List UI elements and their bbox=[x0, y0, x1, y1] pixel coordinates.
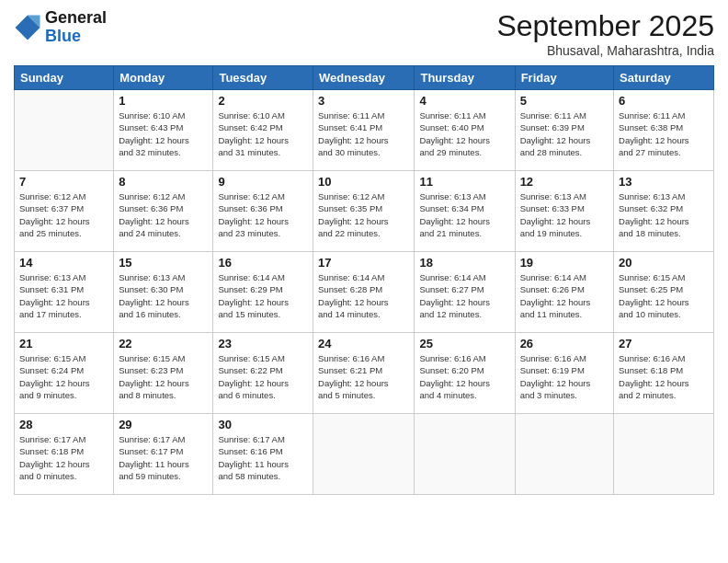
day-number: 24 bbox=[318, 337, 409, 350]
calendar-week-4: 21Sunrise: 6:15 AM Sunset: 6:24 PM Dayli… bbox=[15, 333, 714, 414]
day-info: Sunrise: 6:14 AM Sunset: 6:26 PM Dayligh… bbox=[520, 271, 609, 320]
calendar-cell: 16Sunrise: 6:14 AM Sunset: 6:29 PM Dayli… bbox=[213, 252, 313, 333]
day-number: 23 bbox=[218, 337, 308, 350]
day-number: 13 bbox=[619, 175, 709, 189]
calendar-header-tuesday: Tuesday bbox=[213, 66, 313, 90]
calendar-cell bbox=[313, 414, 415, 495]
logo-text: General Blue bbox=[45, 9, 107, 46]
day-number: 19 bbox=[520, 256, 609, 270]
calendar-cell: 27Sunrise: 6:16 AM Sunset: 6:18 PM Dayli… bbox=[614, 333, 714, 414]
day-number: 5 bbox=[520, 94, 609, 108]
location-subtitle: Bhusaval, Maharashtra, India bbox=[496, 43, 714, 58]
calendar-cell: 20Sunrise: 6:15 AM Sunset: 6:25 PM Dayli… bbox=[614, 252, 714, 333]
day-number: 8 bbox=[119, 175, 208, 189]
day-number: 16 bbox=[218, 256, 308, 270]
calendar-cell: 13Sunrise: 6:13 AM Sunset: 6:32 PM Dayli… bbox=[614, 171, 714, 252]
day-info: Sunrise: 6:11 AM Sunset: 6:39 PM Dayligh… bbox=[520, 109, 609, 158]
logo-blue: Blue bbox=[45, 28, 107, 46]
calendar-cell: 9Sunrise: 6:12 AM Sunset: 6:36 PM Daylig… bbox=[213, 171, 313, 252]
day-info: Sunrise: 6:13 AM Sunset: 6:34 PM Dayligh… bbox=[419, 190, 509, 239]
logo-general: General bbox=[45, 9, 107, 28]
day-number: 7 bbox=[19, 175, 108, 189]
calendar-header-friday: Friday bbox=[515, 66, 613, 90]
calendar-cell: 12Sunrise: 6:13 AM Sunset: 6:33 PM Dayli… bbox=[515, 171, 613, 252]
day-info: Sunrise: 6:10 AM Sunset: 6:43 PM Dayligh… bbox=[119, 109, 208, 158]
day-info: Sunrise: 6:15 AM Sunset: 6:23 PM Dayligh… bbox=[119, 352, 208, 401]
calendar-cell: 28Sunrise: 6:17 AM Sunset: 6:18 PM Dayli… bbox=[15, 414, 114, 495]
day-info: Sunrise: 6:12 AM Sunset: 6:35 PM Dayligh… bbox=[318, 190, 409, 239]
day-info: Sunrise: 6:15 AM Sunset: 6:22 PM Dayligh… bbox=[218, 352, 308, 401]
day-info: Sunrise: 6:17 AM Sunset: 6:16 PM Dayligh… bbox=[218, 433, 308, 482]
day-info: Sunrise: 6:17 AM Sunset: 6:17 PM Dayligh… bbox=[119, 433, 208, 482]
calendar-cell: 7Sunrise: 6:12 AM Sunset: 6:37 PM Daylig… bbox=[15, 171, 114, 252]
day-number: 26 bbox=[520, 337, 609, 350]
day-info: Sunrise: 6:13 AM Sunset: 6:32 PM Dayligh… bbox=[619, 190, 709, 239]
calendar-header-wednesday: Wednesday bbox=[313, 66, 415, 90]
day-number: 20 bbox=[619, 256, 709, 270]
calendar-header-monday: Monday bbox=[114, 66, 213, 90]
calendar-week-2: 7Sunrise: 6:12 AM Sunset: 6:37 PM Daylig… bbox=[15, 171, 714, 252]
day-info: Sunrise: 6:16 AM Sunset: 6:18 PM Dayligh… bbox=[619, 352, 709, 401]
calendar-header-thursday: Thursday bbox=[415, 66, 515, 90]
month-title: September 2025 bbox=[496, 9, 714, 43]
day-info: Sunrise: 6:17 AM Sunset: 6:18 PM Dayligh… bbox=[19, 433, 108, 482]
calendar-cell: 26Sunrise: 6:16 AM Sunset: 6:19 PM Dayli… bbox=[515, 333, 613, 414]
day-number: 25 bbox=[419, 337, 509, 350]
calendar-cell: 23Sunrise: 6:15 AM Sunset: 6:22 PM Dayli… bbox=[213, 333, 313, 414]
calendar-week-3: 14Sunrise: 6:13 AM Sunset: 6:31 PM Dayli… bbox=[15, 252, 714, 333]
day-number: 15 bbox=[119, 256, 208, 270]
calendar-cell: 29Sunrise: 6:17 AM Sunset: 6:17 PM Dayli… bbox=[114, 414, 213, 495]
calendar-cell: 15Sunrise: 6:13 AM Sunset: 6:30 PM Dayli… bbox=[114, 252, 213, 333]
day-info: Sunrise: 6:12 AM Sunset: 6:36 PM Dayligh… bbox=[218, 190, 308, 239]
title-block: September 2025 Bhusaval, Maharashtra, In… bbox=[496, 9, 714, 58]
day-number: 22 bbox=[119, 337, 208, 350]
calendar-cell: 18Sunrise: 6:14 AM Sunset: 6:27 PM Dayli… bbox=[415, 252, 515, 333]
calendar-cell: 2Sunrise: 6:10 AM Sunset: 6:42 PM Daylig… bbox=[213, 90, 313, 171]
day-number: 12 bbox=[520, 175, 609, 189]
day-info: Sunrise: 6:16 AM Sunset: 6:20 PM Dayligh… bbox=[419, 352, 509, 401]
header: General Blue September 2025 Bhusaval, Ma… bbox=[14, 9, 714, 58]
day-number: 3 bbox=[318, 94, 409, 108]
calendar-week-1: 1Sunrise: 6:10 AM Sunset: 6:43 PM Daylig… bbox=[15, 90, 714, 171]
calendar-header-row: SundayMondayTuesdayWednesdayThursdayFrid… bbox=[15, 66, 714, 90]
day-info: Sunrise: 6:12 AM Sunset: 6:36 PM Dayligh… bbox=[119, 190, 208, 239]
day-number: 1 bbox=[119, 94, 208, 108]
day-info: Sunrise: 6:15 AM Sunset: 6:25 PM Dayligh… bbox=[619, 271, 709, 320]
day-info: Sunrise: 6:16 AM Sunset: 6:21 PM Dayligh… bbox=[318, 352, 409, 401]
day-info: Sunrise: 6:11 AM Sunset: 6:38 PM Dayligh… bbox=[619, 109, 709, 158]
calendar-table: SundayMondayTuesdayWednesdayThursdayFrid… bbox=[14, 65, 714, 495]
day-number: 9 bbox=[218, 175, 308, 189]
day-number: 2 bbox=[218, 94, 308, 108]
calendar-header-saturday: Saturday bbox=[614, 66, 714, 90]
logo-icon bbox=[14, 14, 41, 41]
day-number: 14 bbox=[19, 256, 108, 270]
calendar-cell: 19Sunrise: 6:14 AM Sunset: 6:26 PM Dayli… bbox=[515, 252, 613, 333]
day-info: Sunrise: 6:13 AM Sunset: 6:30 PM Dayligh… bbox=[119, 271, 208, 320]
day-info: Sunrise: 6:11 AM Sunset: 6:40 PM Dayligh… bbox=[419, 109, 509, 158]
calendar-cell: 22Sunrise: 6:15 AM Sunset: 6:23 PM Dayli… bbox=[114, 333, 213, 414]
page: General Blue September 2025 Bhusaval, Ma… bbox=[0, 0, 728, 563]
calendar-cell: 10Sunrise: 6:12 AM Sunset: 6:35 PM Dayli… bbox=[313, 171, 415, 252]
calendar-cell: 8Sunrise: 6:12 AM Sunset: 6:36 PM Daylig… bbox=[114, 171, 213, 252]
day-info: Sunrise: 6:12 AM Sunset: 6:37 PM Dayligh… bbox=[19, 190, 108, 239]
logo: General Blue bbox=[14, 9, 107, 46]
day-info: Sunrise: 6:16 AM Sunset: 6:19 PM Dayligh… bbox=[520, 352, 609, 401]
calendar-cell: 17Sunrise: 6:14 AM Sunset: 6:28 PM Dayli… bbox=[313, 252, 415, 333]
calendar-cell bbox=[515, 414, 613, 495]
calendar-cell: 6Sunrise: 6:11 AM Sunset: 6:38 PM Daylig… bbox=[614, 90, 714, 171]
day-info: Sunrise: 6:10 AM Sunset: 6:42 PM Dayligh… bbox=[218, 109, 308, 158]
day-number: 29 bbox=[119, 418, 208, 431]
day-number: 18 bbox=[419, 256, 509, 270]
day-number: 30 bbox=[218, 418, 308, 431]
day-number: 17 bbox=[318, 256, 409, 270]
calendar-cell bbox=[415, 414, 515, 495]
day-number: 28 bbox=[19, 418, 108, 431]
calendar-cell: 4Sunrise: 6:11 AM Sunset: 6:40 PM Daylig… bbox=[415, 90, 515, 171]
day-number: 10 bbox=[318, 175, 409, 189]
calendar-cell: 11Sunrise: 6:13 AM Sunset: 6:34 PM Dayli… bbox=[415, 171, 515, 252]
day-number: 11 bbox=[419, 175, 509, 189]
calendar-cell bbox=[15, 90, 114, 171]
calendar-cell: 21Sunrise: 6:15 AM Sunset: 6:24 PM Dayli… bbox=[15, 333, 114, 414]
day-number: 6 bbox=[619, 94, 709, 108]
day-info: Sunrise: 6:14 AM Sunset: 6:28 PM Dayligh… bbox=[318, 271, 409, 320]
